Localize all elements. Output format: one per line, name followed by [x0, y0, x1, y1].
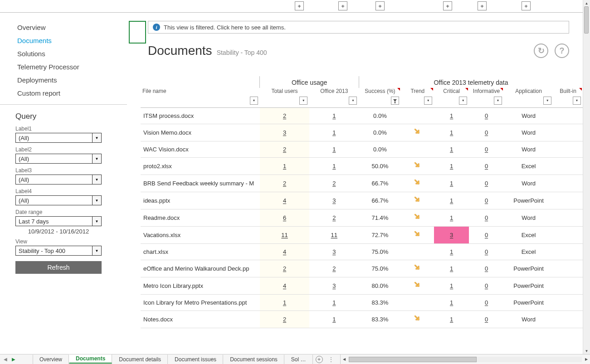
cell-informative[interactable]: 0	[469, 192, 504, 209]
query-select-3[interactable]: (All)▼	[15, 175, 102, 184]
worksheet-tab-document-issues[interactable]: Document issues	[168, 354, 223, 364]
cell-office-2013[interactable]: 3	[309, 277, 359, 294]
cell-filename[interactable]: Vision Memo.docx	[141, 124, 260, 141]
worksheet-tab-document-details[interactable]: Document details	[112, 354, 168, 364]
cell-office-2013[interactable]: 2	[309, 175, 359, 192]
cell-informative[interactable]: 0	[469, 107, 504, 124]
nav-next-icon[interactable]: ▶	[12, 357, 15, 362]
cell-total-users[interactable]: 11	[260, 226, 309, 243]
col-informative[interactable]: Informative	[469, 88, 504, 96]
nav-item-solutions[interactable]: Solutions	[0, 47, 127, 60]
cell-total-users[interactable]: 2	[260, 141, 309, 157]
scroll-thumb[interactable]	[349, 357, 477, 362]
cell-informative[interactable]: 0	[469, 294, 504, 311]
cell-office-2013[interactable]: 1	[309, 141, 359, 157]
cell-critical[interactable]: 1	[434, 107, 469, 124]
cell-critical[interactable]: 1	[434, 209, 469, 226]
cell-critical[interactable]: 1	[434, 141, 469, 157]
cell-office-2013[interactable]: 1	[309, 311, 359, 328]
column-add-button[interactable]: +	[338, 1, 347, 10]
column-add-button[interactable]: +	[295, 1, 304, 10]
worksheet-add-button[interactable]: +	[313, 354, 326, 364]
cell-filename[interactable]: eOffice and Merino Walkaround Deck.pp	[141, 260, 260, 277]
worksheet-tab-documents[interactable]: Documents	[69, 354, 112, 364]
filter-dropdown-icon[interactable]: ▼	[459, 97, 467, 105]
cell-office-2013[interactable]: 3	[309, 192, 359, 209]
cell-office-2013[interactable]: 1	[309, 124, 359, 141]
nav-item-overview[interactable]: Overview	[0, 21, 127, 34]
cell-total-users[interactable]: 2	[260, 260, 309, 277]
col-critical[interactable]: Critical	[434, 88, 469, 96]
cell-filename[interactable]: Vacations.xlsx	[141, 226, 260, 243]
cell-total-users[interactable]: 2	[260, 175, 309, 192]
cell-critical[interactable]: 1	[434, 175, 469, 192]
cell-critical[interactable]: 3	[434, 226, 469, 243]
cell-critical[interactable]: 1	[434, 243, 469, 260]
horizontal-scrollbar[interactable]: ◀ ▶	[340, 354, 590, 364]
cell-informative[interactable]: 0	[469, 311, 504, 328]
cell-filename[interactable]: proto2.xlsx	[141, 157, 260, 175]
cell-office-2013[interactable]: 1	[309, 107, 359, 124]
col-success[interactable]: Success (%)	[359, 88, 401, 96]
cell-filename[interactable]: WAC Vision.docx	[141, 141, 260, 157]
cell-critical[interactable]: 1	[434, 192, 469, 209]
cell-total-users[interactable]: 4	[260, 192, 309, 209]
cell-critical[interactable]: 1	[434, 157, 469, 175]
nav-prev-icon[interactable]: ◀	[4, 357, 7, 362]
cell-informative[interactable]: 0	[469, 175, 504, 192]
col-application[interactable]: Application	[504, 88, 553, 96]
filter-active-icon[interactable]	[391, 97, 399, 105]
cell-office-2013[interactable]: 11	[309, 226, 359, 243]
filter-dropdown-icon[interactable]: ▼	[543, 97, 551, 105]
column-add-button[interactable]: +	[443, 1, 452, 10]
filter-dropdown-icon[interactable]: ▼	[494, 97, 502, 105]
filter-dropdown-icon[interactable]: ▼	[573, 97, 581, 105]
col-office-2013[interactable]: Office 2013	[309, 88, 359, 96]
cell-office-2013[interactable]: 1	[309, 294, 359, 311]
cell-total-users[interactable]: 6	[260, 209, 309, 226]
worksheet-tab-sol[interactable]: Sol …	[284, 354, 313, 364]
cell-total-users[interactable]: 4	[260, 277, 309, 294]
cell-filename[interactable]: ideas.pptx	[141, 192, 260, 209]
cell-informative[interactable]: 0	[469, 243, 504, 260]
cell-total-users[interactable]: 4	[260, 243, 309, 260]
worksheet-tab-overview[interactable]: Overview	[33, 354, 69, 364]
cell-critical[interactable]: 1	[434, 260, 469, 277]
nav-item-telemetry-processor[interactable]: Telemetry Processor	[0, 60, 127, 73]
help-icon[interactable]: ?	[555, 44, 569, 58]
filter-dropdown-icon[interactable]: ▼	[250, 97, 258, 105]
query-select-1[interactable]: (All)▼	[15, 133, 102, 143]
date-range-select[interactable]: Last 7 days ▼	[15, 216, 102, 226]
filter-dropdown-icon[interactable]: ▼	[424, 97, 432, 105]
scroll-down-arrow[interactable]: ▼	[584, 348, 590, 354]
worksheet-tab-document-sessions[interactable]: Document sessions	[223, 354, 284, 364]
cell-informative[interactable]: 0	[469, 157, 504, 175]
refresh-button[interactable]: Refresh	[15, 261, 102, 274]
cell-filename[interactable]: Readme.docx	[141, 209, 260, 226]
nav-item-documents[interactable]: Documents	[0, 34, 127, 47]
column-add-button[interactable]: +	[522, 1, 531, 10]
col-total-users[interactable]: Total users	[260, 88, 309, 96]
scroll-thumb[interactable]	[584, 6, 589, 34]
column-add-button[interactable]: +	[375, 1, 385, 10]
cell-total-users[interactable]: 3	[260, 124, 309, 141]
refresh-icon[interactable]	[534, 44, 548, 58]
cell-total-users[interactable]: 2	[260, 107, 309, 124]
cell-informative[interactable]: 0	[469, 226, 504, 243]
col-builtin[interactable]: Built-in	[553, 88, 583, 96]
cell-office-2013[interactable]: 2	[309, 260, 359, 277]
cell-total-users[interactable]: 1	[260, 157, 309, 175]
scroll-left-arrow[interactable]: ◀	[341, 357, 348, 361]
cell-critical[interactable]: 1	[434, 277, 469, 294]
cell-informative[interactable]: 0	[469, 260, 504, 277]
column-add-button[interactable]: +	[478, 1, 487, 10]
filter-banner[interactable]: i This view is filtered. Click here to s…	[148, 21, 569, 34]
cell-filename[interactable]: ITSM process.docx	[141, 107, 260, 124]
col-filename[interactable]: File name	[141, 88, 260, 96]
scroll-track[interactable]	[349, 357, 582, 362]
vertical-scrollbar[interactable]: ▲ ▼	[583, 0, 590, 354]
scroll-right-arrow[interactable]: ▶	[583, 357, 590, 361]
query-select-2[interactable]: (All)▼	[15, 154, 102, 164]
cell-informative[interactable]: 0	[469, 124, 504, 141]
filter-dropdown-icon[interactable]: ▼	[299, 97, 307, 105]
